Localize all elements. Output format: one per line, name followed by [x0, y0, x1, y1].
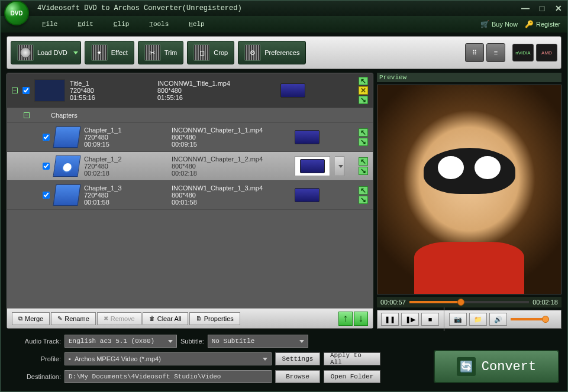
title-row[interactable]: − Title_1 720*480 01:55:16 INCONNW1_Titl…: [7, 73, 373, 108]
row-up-button[interactable]: ↖: [359, 157, 368, 166]
seek-bar[interactable]: [409, 301, 529, 303]
audio-track-select[interactable]: English ac3 5.1 (0x80): [64, 335, 177, 348]
chapter-name: Chapter_1_3: [84, 184, 167, 192]
convert-icon: 🔄: [457, 357, 476, 376]
row-delete-button[interactable]: ✕: [359, 86, 368, 95]
clear-label: Clear All: [157, 315, 182, 322]
close-button[interactable]: ✕: [553, 4, 564, 12]
chapters-label: Chapters: [51, 112, 78, 119]
row-down-button[interactable]: ↘: [359, 138, 368, 146]
buy-now-label: Buy Now: [492, 21, 518, 28]
chapter-dur: 00:01:58: [84, 199, 167, 206]
view-thumbnails-button[interactable]: ⠿: [465, 43, 484, 62]
key-icon: [525, 20, 534, 28]
title-outdur: 01:55:16: [157, 94, 276, 101]
time-total: 00:02:18: [532, 299, 558, 306]
maximize-button[interactable]: □: [537, 4, 547, 12]
title-res: 720*480: [70, 87, 153, 94]
browse-button[interactable]: Browse: [275, 370, 320, 383]
menu-help[interactable]: Help: [180, 19, 212, 30]
chapter-checkbox[interactable]: [43, 192, 50, 199]
minimize-button[interactable]: —: [520, 4, 531, 12]
trim-button[interactable]: ✂Trim: [138, 41, 184, 64]
collapse-icon[interactable]: −: [12, 88, 18, 93]
remove-button[interactable]: ✖ Remove: [97, 312, 141, 325]
chapter-row-selected[interactable]: Chapter_1_2720*48000:02:18 INCONNW1_Chap…: [7, 152, 373, 181]
trim-label: Trim: [164, 49, 178, 56]
row-up-button[interactable]: ↖: [359, 128, 368, 137]
rename-button[interactable]: ✎ Rename: [51, 312, 96, 325]
open-folder-button[interactable]: 📁: [469, 313, 487, 326]
row-up-button[interactable]: ↖: [359, 77, 368, 85]
merge-button[interactable]: ⧉ Merge: [12, 312, 50, 325]
menu-tools[interactable]: Tools: [141, 19, 177, 30]
profile-value: Archos MPEG4 Video (*.mp4): [75, 355, 161, 362]
device-dropdown-button[interactable]: [335, 156, 344, 176]
open-folder-button[interactable]: Open Folder: [324, 370, 380, 383]
preview-screen: [377, 85, 561, 294]
step-button[interactable]: ❚▶: [401, 313, 419, 326]
merge-label: Merge: [25, 315, 43, 322]
clear-all-button[interactable]: 🗑 Clear All: [143, 312, 188, 325]
prefs-label: Preferences: [264, 49, 299, 56]
volume-slider[interactable]: [511, 318, 546, 320]
chapter-dur: 00:02:18: [84, 170, 167, 177]
apply-to-all-button[interactable]: Apply to All: [324, 352, 380, 365]
chapter-row[interactable]: Chapter_1_1720*48000:09:15 INCONNW1_Chap…: [7, 123, 373, 152]
volume-button[interactable]: 🔊: [489, 313, 507, 326]
effect-label: Effect: [111, 49, 128, 56]
row-down-button[interactable]: ↘: [359, 96, 368, 104]
destination-input[interactable]: D:\My Documents\4Videosoft Studio\Video: [64, 370, 272, 383]
chapter-res: 720*480: [84, 163, 167, 170]
chapter-checkbox[interactable]: [43, 163, 50, 170]
chapter-outres: 800*480: [172, 163, 290, 170]
menu-file[interactable]: File: [34, 19, 66, 30]
crop-icon: ◻: [193, 44, 210, 61]
snapshot-button[interactable]: 📷: [449, 313, 467, 326]
register-label: Register: [536, 21, 560, 28]
preferences-button[interactable]: ⚙Preferences: [238, 41, 306, 64]
stop-button[interactable]: ■: [421, 313, 439, 326]
convert-button[interactable]: 🔄 Convert: [434, 350, 559, 383]
properties-button[interactable]: 🗎 Properties: [189, 312, 240, 325]
chapter-outdur: 00:01:58: [172, 199, 290, 206]
chapters-header[interactable]: − Chapters: [7, 108, 373, 123]
subtitle-label: Subtitle:: [180, 338, 204, 345]
row-down-button[interactable]: ↘: [359, 196, 368, 204]
chapter-checkbox[interactable]: [43, 134, 50, 141]
title-checkbox[interactable]: [22, 87, 30, 94]
row-down-button[interactable]: ↘: [359, 167, 368, 175]
chevron-down-icon: [73, 51, 78, 54]
menu-edit[interactable]: Edit: [69, 19, 101, 30]
device-select[interactable]: [295, 156, 330, 176]
collapse-icon[interactable]: −: [24, 112, 30, 118]
buy-now-link[interactable]: Buy Now: [480, 20, 518, 28]
move-up-button[interactable]: ↑: [338, 312, 353, 326]
chapter-outres: 800*480: [172, 134, 290, 141]
title-outres: 800*480: [157, 87, 276, 94]
title-name: Title_1: [70, 80, 153, 87]
row-up-button[interactable]: ↖: [359, 186, 368, 195]
time-current: 00:00:57: [380, 299, 406, 306]
view-list-button[interactable]: ≡: [486, 43, 505, 62]
preview-label: Preview: [377, 73, 561, 82]
move-down-button[interactable]: ↓: [354, 312, 368, 326]
settings-button[interactable]: Settings: [275, 352, 320, 365]
effect-button[interactable]: ✦Effect: [85, 41, 134, 64]
remove-label: Remove: [111, 315, 135, 322]
subtitle-select[interactable]: No Subtitle: [208, 335, 308, 348]
profile-select[interactable]: ▪Archos MPEG4 Video (*.mp4): [64, 352, 272, 365]
pause-button[interactable]: ❚❚: [381, 313, 399, 326]
chapter-outres: 800*480: [172, 192, 290, 199]
chapter-name: Chapter_1_1: [84, 127, 167, 134]
seek-knob[interactable]: [457, 299, 464, 306]
chapter-row[interactable]: Chapter_1_3720*48000:01:58 INCONNW1_Chap…: [7, 181, 373, 210]
register-link[interactable]: Register: [525, 20, 560, 28]
rename-label: Rename: [64, 315, 89, 322]
menu-clip[interactable]: Clip: [105, 19, 137, 30]
volume-knob[interactable]: [542, 316, 549, 323]
crop-button[interactable]: ◻Crop: [187, 41, 234, 64]
load-dvd-button[interactable]: Load DVD: [11, 41, 81, 64]
chapter-thumbnail: [53, 127, 80, 148]
audio-track-label: Audio Track:: [9, 338, 61, 345]
